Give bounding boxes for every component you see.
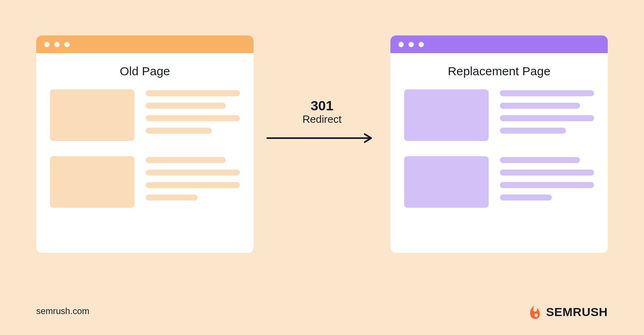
page-title-new: Replacement Page (404, 64, 594, 78)
thumbnail-placeholder (404, 89, 489, 141)
redirect-code: 301 (266, 99, 378, 112)
text-line (146, 157, 226, 163)
thumbnail-placeholder (50, 89, 134, 141)
text-lines (500, 89, 594, 141)
arrow-right-icon (266, 132, 378, 144)
redirect-indicator: 301 Redirect (266, 99, 378, 144)
browser-old-page: Old Page (36, 35, 254, 253)
window-dot-icon (64, 42, 70, 47)
svg-point-1 (535, 314, 538, 317)
text-line (146, 128, 212, 134)
text-line (146, 115, 240, 121)
content-row (50, 89, 240, 141)
page-body-old: Old Page (36, 53, 254, 208)
window-dot-icon (398, 42, 404, 47)
window-dot-icon (419, 42, 424, 47)
text-line (500, 128, 566, 134)
text-line (500, 115, 594, 121)
text-line (500, 90, 594, 96)
footer-url: semrush.com (36, 306, 89, 316)
window-titlebar-new (390, 35, 608, 53)
page-body-new: Replacement Page (390, 53, 608, 208)
content-row (404, 156, 594, 208)
redirect-label: Redirect (266, 113, 378, 126)
text-line (146, 182, 240, 188)
semrush-fire-icon (526, 304, 542, 320)
text-lines (500, 156, 594, 208)
window-dot-icon (409, 42, 414, 47)
brand-logo: SEMRUSH (526, 304, 608, 320)
text-line (146, 103, 226, 109)
diagram-canvas: Old Page 30 (0, 0, 644, 335)
thumbnail-placeholder (404, 156, 489, 208)
brand-name: SEMRUSH (546, 305, 608, 319)
browser-replacement-page: Replacement Page (390, 35, 608, 253)
text-line (146, 170, 240, 176)
text-line (146, 194, 198, 201)
thumbnail-placeholder (50, 156, 134, 208)
text-line (500, 194, 552, 201)
text-lines (146, 156, 240, 208)
text-line (500, 103, 580, 109)
text-lines (146, 89, 240, 141)
window-titlebar-old (36, 35, 254, 53)
text-line (500, 157, 580, 163)
content-row (50, 156, 240, 208)
text-line (500, 182, 594, 188)
content-row (404, 89, 594, 141)
text-line (146, 90, 240, 96)
window-dot-icon (54, 42, 60, 47)
window-dot-icon (44, 42, 50, 47)
page-title-old: Old Page (50, 64, 240, 78)
text-line (500, 170, 594, 176)
